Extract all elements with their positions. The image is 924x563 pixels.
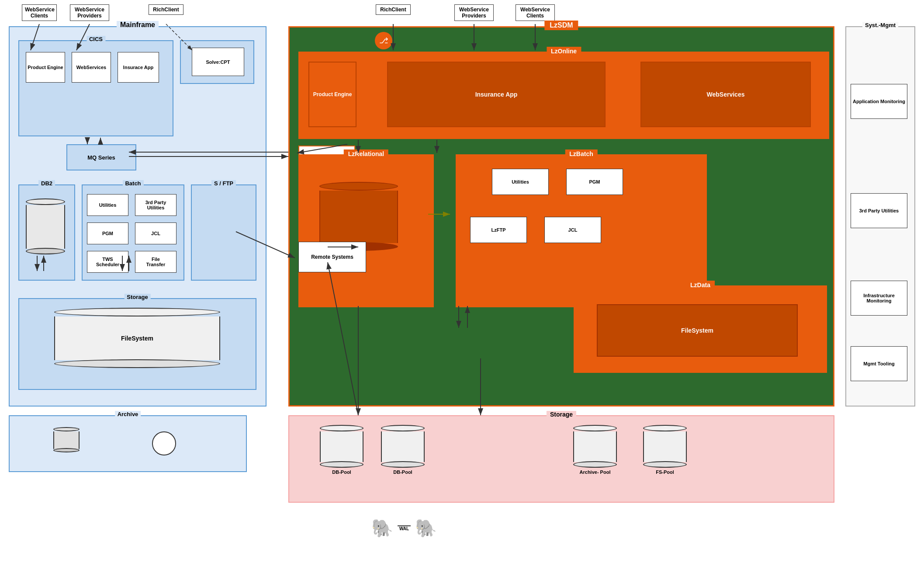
top-label-richclient-right: RichClient	[376, 4, 411, 15]
lzrelational-title: LzRelational	[344, 149, 388, 158]
batch-title: Batch	[122, 180, 143, 187]
storage-left-box: Storage FileSystem	[18, 298, 256, 390]
tws-batch: TWSScheduler	[87, 251, 128, 273]
top-label-ws-providers-right: WebServiceProviders	[454, 4, 494, 21]
lzsdm-section: LzSDM ⎇ LzOnline Product Engine Insuranc…	[288, 26, 834, 407]
utilities-batch: Utilities	[87, 194, 128, 216]
lzsdm-title: LzSDM	[544, 21, 578, 30]
webservices-box: WebServices	[72, 52, 111, 83]
lzdata-title: LzData	[686, 281, 715, 289]
3rd-party-util-batch: 3rd PartyUtilities	[135, 194, 176, 216]
db2-title: DB2	[38, 180, 55, 187]
insurance-app-box: Insurace App	[118, 52, 159, 83]
top-label-ws-providers-left: WebServiceProviders	[70, 4, 109, 21]
remote-systems-box: Remote Systems	[298, 242, 366, 272]
infra-monitoring-box: Infrastructure Monitoring	[851, 281, 907, 316]
app-monitoring-box: Application Monitoring	[851, 84, 907, 119]
jcl-batch: JCL	[135, 222, 176, 244]
batch-box: Batch Utilities 3rd PartyUtilities PGM J…	[82, 184, 184, 281]
pg-elephant-right: 🐘	[415, 518, 437, 539]
share-icon: ⎇	[375, 32, 392, 49]
syst-mgmt-title: Syst.-Mgmt	[862, 22, 898, 28]
insurance-app-r-box: Insurance App	[387, 62, 606, 127]
lzrelational-cylinder	[319, 182, 398, 251]
file-transfer-batch: FileTransfer	[135, 251, 176, 273]
jcl-r-box: JCL	[544, 217, 601, 243]
db2-cylinder	[26, 198, 65, 254]
mgmt-tooling-box: Mgmt Tooling	[851, 346, 907, 381]
db-pool-2-cyl: DB-Pool	[381, 425, 425, 475]
wal-section: 🐘 WAL 🐘	[371, 518, 437, 539]
pgm-r-box: PGM	[566, 169, 623, 195]
archive-box: Archive	[9, 415, 247, 472]
sftp-title: S / FTP	[211, 180, 236, 187]
lzdata-box: LzData FileSystem	[574, 285, 827, 373]
filesystem-lzdata: FileSystem	[597, 304, 798, 357]
cics-box: CICS Product Engine WebServices Insurace…	[18, 40, 173, 136]
wal-label-container: WAL	[398, 525, 411, 531]
lzonline-title: LzOnline	[547, 47, 581, 56]
db-pool-1-cyl: DB-Pool	[320, 425, 363, 475]
3rd-party-util-box: 3rd Party Utilities	[851, 193, 907, 228]
diagram-container: WebService Clients WebServiceProviders R…	[0, 0, 924, 563]
pg-elephant-left: 🐘	[371, 518, 393, 539]
storage-right-title: Storage	[547, 411, 576, 418]
top-label-richclient-left: RichClient	[149, 4, 183, 15]
mainframe-title: Mainframe	[117, 21, 159, 29]
storage-right-box: Storage DB-Pool DB-Pool Archive- Pool	[288, 415, 834, 503]
lzbatch-box: LzBatch Utilities PGM LzFTP JCL	[456, 154, 707, 307]
webservices-r-box: WebServices	[640, 62, 811, 127]
storage-left-title: Storage	[124, 294, 150, 300]
solvecpt-inner: Solve:CPT	[192, 48, 244, 76]
archive-cylinder	[53, 427, 80, 452]
solvecpt-box: Solve:CPT	[180, 40, 254, 84]
top-label-ws-clients-right: WebServiceClients	[516, 4, 555, 21]
pgm-batch: PGM	[87, 222, 128, 244]
sftp-box: S / FTP	[191, 184, 256, 281]
fs-pool-cyl: FS-Pool	[643, 425, 687, 475]
syst-mgmt-panel: Syst.-Mgmt Application Monitoring 3rd Pa…	[845, 26, 915, 407]
archive-title: Archive	[115, 411, 141, 417]
lzbatch-title: LzBatch	[565, 149, 597, 158]
lzftp-box: LzFTP	[470, 217, 527, 243]
filesystem-cylinder: FileSystem	[45, 308, 229, 368]
lzrelational-box: LzRelational	[298, 154, 434, 307]
db2-box: DB2	[18, 184, 75, 281]
archive-circle	[152, 431, 176, 455]
mq-series-left: MQ Series	[66, 144, 136, 170]
archive-pool-cyl: Archive- Pool	[573, 425, 617, 475]
lzonline-box: LzOnline Product Engine Insurance App We…	[298, 52, 829, 139]
top-label-ws-clients-left: WebService Clients	[22, 4, 57, 21]
cics-title: CICS	[87, 36, 105, 42]
product-engine-r-box: Product Engine	[308, 62, 356, 127]
product-engine-box: Product Engine	[26, 52, 65, 83]
utilities-r-box: Utilities	[492, 169, 549, 195]
mainframe-section: Mainframe CICS Product Engine WebService…	[9, 26, 266, 407]
